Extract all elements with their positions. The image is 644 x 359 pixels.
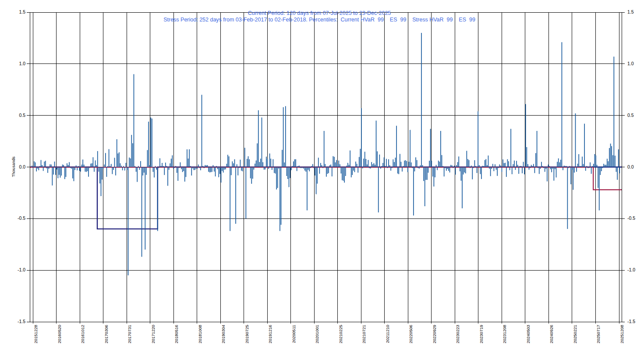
pnl-bar bbox=[117, 154, 118, 167]
pnl-bar bbox=[76, 165, 77, 167]
pnl-bar bbox=[81, 165, 82, 167]
pnl-bar bbox=[232, 162, 233, 167]
y-tick-label-left: 0.0 bbox=[6, 164, 25, 169]
pnl-bar bbox=[580, 166, 580, 167]
pnl-bar bbox=[92, 163, 92, 167]
y-tick-label-right: 0.0 bbox=[627, 164, 634, 169]
pnl-bar bbox=[420, 165, 421, 167]
pnl-bar bbox=[205, 165, 205, 167]
pnl-bar bbox=[418, 167, 418, 168]
pnl-bar bbox=[293, 162, 294, 167]
pnl-bar bbox=[218, 167, 219, 177]
pnl-bar bbox=[206, 165, 207, 167]
pnl-bar bbox=[499, 165, 500, 167]
pnl-bar bbox=[54, 162, 55, 167]
pnl-bar bbox=[84, 165, 85, 167]
pnl-bar bbox=[252, 167, 253, 179]
pnl-bar bbox=[169, 167, 170, 170]
pnl-bar bbox=[241, 167, 242, 171]
pnl-bar bbox=[294, 159, 295, 167]
y-tick-label-left: -1.0 bbox=[6, 267, 25, 272]
y-tick-label-right: 0.5 bbox=[627, 113, 634, 118]
x-tick-label: 20191216 bbox=[268, 325, 272, 343]
pnl-bar bbox=[237, 167, 238, 176]
pnl-bar bbox=[44, 162, 45, 167]
pnl-bar bbox=[502, 159, 503, 167]
pnl-bar bbox=[556, 167, 557, 178]
pnl-bar bbox=[274, 167, 275, 173]
pnl-bar bbox=[37, 167, 38, 169]
pnl-bar bbox=[429, 161, 430, 167]
pnl-bar bbox=[595, 155, 596, 167]
pnl-bar bbox=[392, 167, 393, 168]
pnl-bar bbox=[565, 166, 566, 167]
pnl-bar bbox=[341, 167, 342, 174]
pnl-bar bbox=[517, 165, 518, 167]
pnl-bar bbox=[618, 149, 619, 167]
pnl-bar bbox=[117, 139, 117, 167]
pnl-bar bbox=[98, 167, 99, 172]
pnl-bar bbox=[183, 167, 184, 171]
pnl-bar bbox=[51, 165, 52, 167]
pnl-bar bbox=[144, 167, 145, 173]
pnl-bar bbox=[264, 167, 265, 170]
pnl-bar bbox=[107, 166, 108, 167]
x-tick-label: 20211210 bbox=[385, 325, 390, 343]
pnl-bar bbox=[557, 162, 558, 167]
pnl-bar bbox=[417, 160, 418, 167]
pnl-bar bbox=[347, 163, 348, 167]
pnl-bar bbox=[59, 167, 60, 175]
pnl-bar bbox=[225, 167, 226, 169]
pnl-bar bbox=[122, 167, 123, 171]
pnl-bar bbox=[324, 131, 325, 167]
pnl-bar bbox=[567, 167, 568, 229]
pnl-bar bbox=[337, 164, 338, 167]
pnl-bar bbox=[577, 164, 578, 167]
pnl-bar bbox=[61, 167, 62, 176]
pnl-bar bbox=[72, 167, 73, 179]
pnl-bar bbox=[149, 165, 150, 167]
pnl-bar bbox=[611, 146, 612, 167]
pnl-bar bbox=[177, 167, 178, 181]
pnl-bar bbox=[376, 120, 377, 167]
pnl-bar bbox=[86, 167, 87, 172]
pnl-bar bbox=[33, 167, 34, 168]
x-tick-label: 20240926 bbox=[549, 325, 554, 343]
x-tick-label: 20240503 bbox=[526, 325, 531, 343]
pnl-bar bbox=[330, 165, 331, 167]
pnl-bar bbox=[299, 165, 300, 167]
pnl-bar bbox=[487, 165, 488, 167]
y-tick-label-left: -1.5 bbox=[6, 319, 25, 324]
pnl-bar bbox=[414, 167, 415, 172]
pnl-bar bbox=[538, 167, 538, 168]
pnl-bar bbox=[400, 154, 400, 167]
y-tick-label-left: -0.5 bbox=[6, 215, 25, 221]
pnl-bar bbox=[222, 167, 223, 171]
pnl-bar bbox=[171, 158, 172, 167]
pnl-bar bbox=[594, 154, 595, 167]
pnl-bar bbox=[188, 158, 189, 167]
pnl-bar bbox=[115, 167, 116, 176]
pnl-bar bbox=[469, 160, 470, 167]
x-tick-label: 20160520 bbox=[57, 325, 62, 343]
pnl-bar bbox=[369, 167, 370, 169]
pnl-bar bbox=[87, 167, 88, 172]
pnl-bar bbox=[601, 167, 602, 171]
pnl-bar bbox=[564, 165, 565, 167]
pnl-bar bbox=[311, 166, 312, 167]
pnl-bar bbox=[57, 167, 57, 170]
pnl-bar bbox=[397, 167, 398, 174]
pnl-bar bbox=[199, 167, 200, 168]
pnl-bar bbox=[616, 167, 617, 172]
pnl-bar bbox=[284, 162, 285, 167]
pnl-bar bbox=[458, 156, 459, 167]
pnl-bar bbox=[175, 166, 176, 167]
pnl-bar bbox=[327, 167, 328, 174]
plot-area bbox=[0, 0, 644, 359]
pnl-bar bbox=[71, 167, 72, 169]
pnl-bar bbox=[461, 167, 462, 181]
pnl-bar bbox=[70, 167, 71, 168]
x-tick-label: 20201001 bbox=[315, 325, 319, 343]
pnl-bar bbox=[421, 33, 422, 167]
pnl-bar bbox=[425, 167, 425, 207]
